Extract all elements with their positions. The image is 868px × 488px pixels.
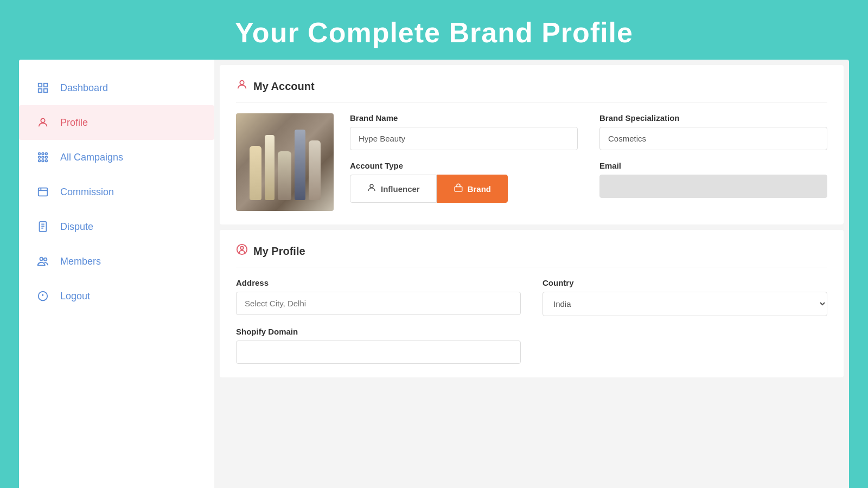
svg-point-11 [39, 160, 41, 162]
my-profile-header: My Profile [236, 243, 827, 267]
my-account-header: My Account [236, 79, 827, 102]
svg-point-20 [44, 258, 47, 261]
sidebar-item-dashboard[interactable]: Dashboard [19, 70, 214, 105]
profile-label: Profile [60, 117, 88, 129]
page-title: Your Complete Brand Profile [0, 16, 868, 49]
bottle-3 [278, 151, 291, 200]
country-group: Country India USA UK Australia Canada [542, 278, 827, 316]
svg-point-5 [39, 153, 41, 155]
bottle-2 [265, 135, 275, 200]
svg-rect-0 [39, 84, 42, 87]
address-label: Address [236, 278, 521, 287]
svg-point-8 [39, 156, 41, 158]
members-label: Members [60, 256, 101, 267]
account-type-label: Account Type [350, 161, 578, 170]
svg-rect-14 [39, 188, 48, 196]
svg-rect-25 [455, 187, 462, 191]
svg-rect-2 [39, 89, 42, 92]
main-content: My Account [214, 60, 849, 488]
bottle-5 [309, 140, 321, 200]
shopify-domain-group: Shopify Domain [236, 327, 521, 364]
members-icon [35, 254, 50, 269]
app-container: Dashboard Profile [19, 60, 849, 488]
bottle-group [250, 124, 321, 200]
influencer-label: Influencer [381, 184, 420, 194]
bottle-1 [250, 146, 261, 200]
sidebar-item-commission[interactable]: Commission [19, 175, 214, 209]
bottle-4 [295, 130, 305, 200]
svg-point-6 [42, 153, 44, 155]
brand-name-input[interactable] [350, 127, 578, 150]
dispute-icon [35, 219, 50, 234]
account-section-title: My Account [253, 80, 315, 93]
page-header: Your Complete Brand Profile [0, 0, 868, 60]
address-input[interactable] [236, 292, 521, 315]
brand-specialization-group: Brand Specialization [599, 113, 827, 150]
sidebar-item-all-campaigns[interactable]: All Campaigns [19, 140, 214, 175]
sidebar-item-dispute[interactable]: Dispute [19, 209, 214, 244]
svg-point-23 [240, 81, 244, 85]
my-profile-section: My Profile Address Country India USA UK … [220, 230, 844, 377]
svg-point-13 [46, 160, 48, 162]
email-label: Email [599, 161, 827, 170]
brand-specialization-label: Brand Specialization [599, 113, 827, 123]
brand-label: Brand [468, 184, 491, 194]
address-group: Address [236, 278, 521, 316]
profile-image-placeholder [236, 113, 334, 211]
svg-point-10 [46, 156, 48, 158]
brand-button[interactable]: Brand [437, 175, 508, 203]
dashboard-label: Dashboard [60, 82, 108, 94]
svg-point-12 [42, 160, 44, 162]
email-group: Email [599, 161, 827, 203]
dashboard-icon [35, 80, 50, 95]
shopify-domain-input[interactable] [236, 341, 521, 364]
svg-point-4 [41, 119, 44, 123]
profile-section-title: My Profile [253, 245, 305, 258]
brand-icon [454, 183, 463, 195]
account-fields: Brand Name Brand Specialization Account … [350, 113, 827, 203]
sidebar-item-logout[interactable]: Logout [19, 279, 214, 313]
shopify-domain-label: Shopify Domain [236, 327, 521, 336]
brand-name-label: Brand Name [350, 113, 578, 123]
logout-label: Logout [60, 291, 90, 302]
account-type-buttons: Influencer Brand [350, 175, 578, 203]
campaigns-icon [35, 150, 50, 165]
svg-point-7 [46, 153, 48, 155]
svg-point-24 [370, 184, 373, 188]
campaigns-label: All Campaigns [60, 152, 123, 163]
dispute-label: Dispute [60, 221, 93, 233]
account-icon [236, 79, 248, 94]
svg-point-19 [40, 258, 43, 261]
sidebar-item-members[interactable]: Members [19, 244, 214, 279]
profile-section-icon [236, 243, 248, 259]
influencer-button[interactable]: Influencer [350, 175, 437, 203]
influencer-icon [367, 183, 376, 195]
profile-image-box[interactable] [236, 113, 334, 211]
profile-fields: Address Country India USA UK Australia C… [236, 278, 827, 364]
country-label: Country [542, 278, 827, 287]
my-account-section: My Account [220, 65, 844, 224]
svg-point-27 [240, 247, 244, 250]
country-select[interactable]: India USA UK Australia Canada [542, 292, 827, 316]
sidebar-item-profile[interactable]: Profile [19, 105, 214, 140]
commission-icon [35, 184, 50, 200]
svg-point-9 [42, 156, 44, 158]
commission-label: Commission [60, 187, 114, 198]
email-input[interactable] [599, 175, 827, 198]
svg-rect-1 [44, 84, 47, 87]
profile-icon [35, 115, 50, 130]
account-body: Brand Name Brand Specialization Account … [236, 113, 827, 211]
sidebar: Dashboard Profile [19, 60, 214, 488]
brand-specialization-input[interactable] [599, 127, 827, 150]
brand-name-group: Brand Name [350, 113, 578, 150]
svg-rect-3 [44, 89, 47, 92]
account-type-group: Account Type Influencer [350, 161, 578, 203]
logout-icon [35, 288, 50, 304]
